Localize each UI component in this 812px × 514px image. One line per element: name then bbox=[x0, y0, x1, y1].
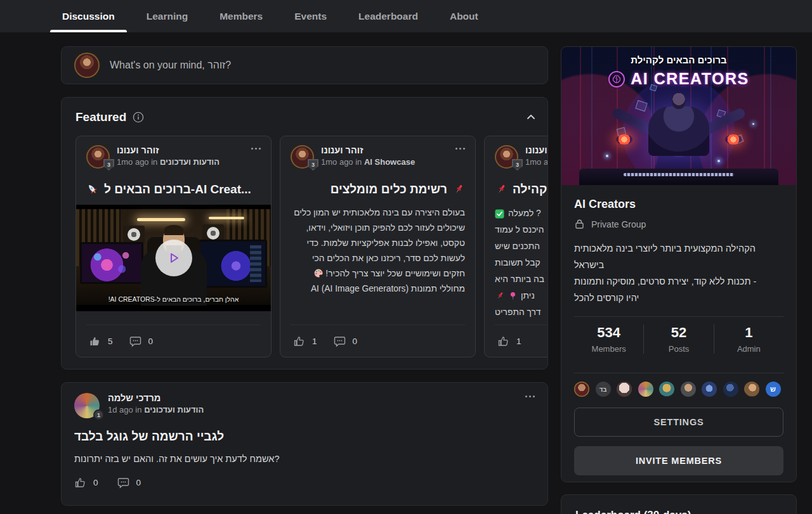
thumbs-up-icon bbox=[74, 477, 86, 489]
member-avatar[interactable] bbox=[574, 382, 589, 397]
comment-icon bbox=[129, 335, 141, 347]
level-badge: 1 bbox=[93, 409, 104, 420]
like-button[interactable]: 1 bbox=[293, 335, 317, 347]
thumbs-up-icon bbox=[89, 335, 101, 347]
comment-button[interactable]: 0 bbox=[117, 477, 141, 489]
level-badge: 3 bbox=[512, 159, 523, 170]
featured-card-community[interactable]: 3 זוהר וענונו 1mo ago in קהילה bbox=[484, 136, 548, 357]
post-title: רשימת כלים מומלצים bbox=[291, 183, 465, 196]
tab-events[interactable]: Events bbox=[293, 11, 328, 22]
pushpin-icon bbox=[495, 183, 508, 196]
post-title: ברוכים הבאים ל-AI Creat... bbox=[86, 183, 261, 196]
author-name[interactable]: זוהר וענונו bbox=[525, 145, 548, 155]
avatar: 3 bbox=[86, 145, 110, 169]
stat-admin[interactable]: 1 Admin bbox=[714, 324, 783, 354]
pushpin-icon bbox=[452, 183, 465, 196]
member-avatar[interactable] bbox=[681, 382, 696, 397]
avatar: 3 bbox=[495, 145, 518, 169]
composer-placeholder: What's on your mind, זוהר? bbox=[110, 60, 231, 71]
avatar: 1 bbox=[74, 393, 100, 418]
like-button[interactable]: 5 bbox=[89, 335, 113, 347]
group-stats: 534 Members 52 Posts 1 Admin bbox=[574, 317, 783, 363]
banner-desk bbox=[579, 169, 778, 185]
pushpin-icon bbox=[495, 291, 505, 301]
leaderboard-title: Leaderboard (30-days) bbox=[575, 509, 782, 514]
comment-button[interactable]: 0 bbox=[334, 335, 358, 347]
featured-card-tools[interactable]: 3 זוהר וענונו 1mo ago in AI Showcase רשי… bbox=[280, 136, 476, 357]
featured-carousel: 3 זוהר וענונו 1mo ago in הודעות ועדכונים… bbox=[75, 136, 548, 357]
author-name[interactable]: זוהר וענונו bbox=[117, 145, 219, 155]
featured-section: Featured 3 זוהר וענונו 1mo ago in הודעות… bbox=[61, 97, 548, 369]
level-badge: 3 bbox=[103, 159, 114, 170]
palette-icon bbox=[313, 268, 324, 278]
thumbs-up-icon bbox=[497, 335, 509, 347]
post-body: אשמח לדעת איך עושים את זה. והאם יש בזה י… bbox=[74, 454, 535, 464]
post-composer[interactable]: What's on your mind, זוהר? bbox=[61, 46, 548, 84]
info-icon[interactable] bbox=[133, 112, 144, 123]
privacy-label: Private Group bbox=[591, 219, 646, 229]
video-thumbnail[interactable]: אהלן חברים, ברוכים הבאים ל-AI CREATORS! bbox=[76, 205, 271, 311]
leaderboard-card: Leaderboard (30-days) bbox=[561, 494, 797, 514]
member-avatar[interactable] bbox=[617, 382, 632, 397]
member-avatar[interactable] bbox=[702, 382, 717, 397]
member-avatar[interactable] bbox=[659, 382, 674, 397]
group-card: ברוכים הבאים לקהילת AI CREATORS AI Creat… bbox=[561, 46, 797, 482]
post-menu-icon[interactable] bbox=[455, 145, 465, 169]
banner-figure bbox=[648, 106, 709, 156]
nav-tabs: Discussion Learning Members Events Leade… bbox=[61, 0, 480, 32]
comment-button[interactable]: 0 bbox=[129, 335, 154, 347]
chevron-up-icon[interactable] bbox=[526, 112, 536, 122]
tab-leaderboard[interactable]: Leaderboard bbox=[357, 11, 419, 22]
stat-members[interactable]: 534 Members bbox=[574, 324, 643, 354]
top-nav: Discussion Learning Members Events Leade… bbox=[0, 0, 812, 32]
tab-about[interactable]: About bbox=[449, 11, 480, 22]
tab-members[interactable]: Members bbox=[218, 11, 264, 22]
featured-card-welcome[interactable]: 3 זוהר וענונו 1mo ago in הודעות ועדכונים… bbox=[75, 136, 272, 357]
level-badge: 3 bbox=[308, 159, 318, 170]
rocket-icon bbox=[86, 183, 99, 196]
group-banner: ברוכים הבאים לקהילת AI CREATORS bbox=[561, 47, 796, 185]
lock-icon bbox=[574, 219, 585, 229]
feed-post[interactable]: 1 מרדכי שלמה 1d ago in הודעות ועדכונים ל… bbox=[61, 382, 548, 506]
featured-title: Featured bbox=[75, 110, 126, 124]
member-avatar[interactable] bbox=[638, 382, 653, 397]
post-meta: 1mo ago in bbox=[525, 157, 548, 167]
group-description: הקהילה המקצועית ביותר ליוצרי בינה מלאכות… bbox=[574, 240, 783, 306]
thumbs-up-icon bbox=[293, 335, 305, 347]
group-name: AI Creators bbox=[574, 198, 783, 211]
play-button[interactable] bbox=[155, 240, 192, 276]
banner-welcome-text: ברוכים הבאים לקהילת bbox=[561, 55, 796, 65]
post-body: למעלה ? היכנס ל עמוד התכנים שיש קבל תשוב… bbox=[495, 205, 548, 321]
round-pin-icon bbox=[509, 292, 517, 301]
like-button[interactable]: 0 bbox=[74, 477, 98, 489]
member-avatar[interactable] bbox=[723, 382, 738, 397]
member-avatar[interactable]: בד bbox=[596, 382, 611, 397]
author-name[interactable]: מרדכי שלמה bbox=[108, 393, 204, 403]
monitor-left bbox=[80, 242, 143, 284]
comment-icon bbox=[117, 477, 129, 489]
monitor-right bbox=[199, 240, 267, 288]
like-button[interactable]: 1 bbox=[497, 335, 521, 347]
author-name[interactable]: זוהר וענונו bbox=[321, 145, 415, 155]
post-meta: 1mo ago in AI Showcase bbox=[321, 157, 415, 167]
post-meta: 1mo ago in הודעות ועדכונים bbox=[117, 157, 219, 167]
check-icon bbox=[495, 209, 504, 219]
banner-group-title: AI CREATORS bbox=[631, 70, 749, 88]
member-avatar[interactable]: ש bbox=[766, 382, 781, 397]
brain-icon bbox=[608, 71, 625, 87]
video-caption: אהלן חברים, ברוכים הבאים ל-AI CREATORS! bbox=[76, 295, 271, 303]
post-title: לגביי הרשמה של גוגל בלבד bbox=[74, 430, 535, 444]
post-menu-icon[interactable] bbox=[525, 393, 535, 418]
comment-icon bbox=[334, 335, 346, 347]
member-avatars: בד ש bbox=[574, 373, 783, 398]
post-meta: 1d ago in הודעות ועדכונים bbox=[108, 405, 204, 414]
stat-posts[interactable]: 52 Posts bbox=[643, 324, 713, 354]
settings-button[interactable]: SETTINGS bbox=[574, 408, 783, 437]
tab-discussion[interactable]: Discussion bbox=[61, 11, 116, 22]
member-avatar[interactable] bbox=[744, 382, 759, 397]
tab-learning[interactable]: Learning bbox=[145, 11, 189, 22]
invite-members-button[interactable]: INVITE MEMBERS bbox=[574, 446, 783, 475]
post-title: קהילה bbox=[495, 183, 548, 196]
post-menu-icon[interactable] bbox=[251, 145, 261, 169]
post-body: בעולם היצירה עם בינה מלאכותית יש המון כל… bbox=[291, 205, 465, 297]
